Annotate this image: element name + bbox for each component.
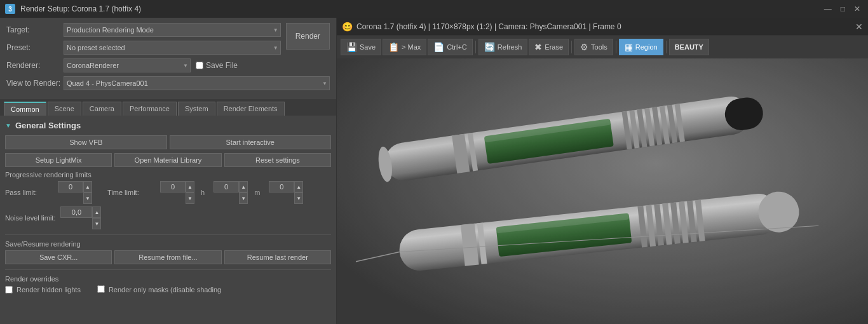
vfb-refresh-button[interactable]: 🔄 Refresh	[478, 39, 528, 55]
noise-input[interactable]	[60, 206, 92, 218]
target-select[interactable]: Production Rendering Mode	[64, 23, 281, 37]
erase-icon: ✖	[534, 42, 542, 52]
tab-common[interactable]: Common	[4, 102, 46, 116]
save-file-label[interactable]: Save File	[196, 61, 238, 70]
reset-settings-button[interactable]: Reset settings	[224, 153, 331, 167]
view-select-wrapper[interactable]: Quad 4 - PhysCamera001	[64, 76, 330, 90]
time-h-input-group[interactable]: ▲ ▼	[160, 181, 194, 204]
vfb-interactive-row: Show VFB Start interactive	[5, 135, 331, 149]
toolbar-sep-4	[666, 41, 667, 53]
view-select[interactable]: Quad 4 - PhysCamera001	[64, 76, 330, 90]
title-bar: 3 Render Setup: Corona 1.7 (hotfix 4) — …	[0, 0, 868, 18]
vfb-tomax-button[interactable]: 📋 > Max	[383, 39, 426, 55]
vfb-smiley-icon: 😊	[342, 22, 353, 32]
app-icon: 3	[5, 4, 15, 14]
hidden-lights-row: Render hidden lights Render only masks (…	[5, 285, 331, 294]
svg-rect-32	[337, 58, 868, 324]
toolbar-sep-1	[475, 41, 476, 53]
time-s-up[interactable]: ▲	[294, 181, 303, 192]
vfb-tools-button[interactable]: ⚙ Tools	[574, 39, 613, 55]
vfb-erase-button[interactable]: ✖ Erase	[529, 39, 569, 55]
render-setup-top: Target: Production Rendering Mode Preset…	[0, 18, 336, 99]
refresh-icon: 🔄	[484, 42, 495, 52]
target-select-wrapper[interactable]: Production Rendering Mode	[64, 23, 281, 37]
pass-limit-label: Pass limit:	[5, 189, 53, 196]
pass-limit-input[interactable]	[58, 181, 83, 192]
pass-limit-input-group[interactable]: ▲ ▼	[58, 181, 92, 204]
preset-row: Preset: No preset selected	[6, 41, 281, 55]
window-title: Render Setup: Corona 1.7 (hotfix 4)	[20, 4, 817, 13]
divider-2	[5, 269, 331, 270]
tab-performance[interactable]: Performance	[123, 102, 177, 116]
main-area: Target: Production Rendering Mode Preset…	[0, 18, 868, 324]
noise-input-group[interactable]: ▲ ▼	[60, 206, 101, 229]
vfb-beauty-button[interactable]: BEAUTY	[669, 39, 709, 55]
noise-up[interactable]: ▲	[92, 206, 101, 218]
time-m-input-group[interactable]: ▲ ▼	[214, 181, 248, 204]
pass-limit-spinner[interactable]: ▲ ▼	[83, 181, 92, 204]
tab-scene[interactable]: Scene	[48, 102, 81, 116]
vfb-close-button[interactable]: ✕	[855, 22, 863, 32]
utility-buttons-row: Setup LightMix Open Material Library Res…	[5, 153, 331, 167]
renderer-select[interactable]: CoronaRenderer	[64, 58, 191, 72]
noise-level-row: Noise level limit: ▲ ▼	[5, 206, 331, 229]
tab-camera[interactable]: Camera	[83, 102, 121, 116]
setup-lightmix-button[interactable]: Setup LightMix	[5, 153, 112, 167]
view-to-render-label: View to Render:	[6, 79, 64, 88]
render-only-masks-checkbox[interactable]	[97, 285, 105, 293]
tab-render-elements[interactable]: Render Elements	[217, 102, 285, 116]
maximize-button[interactable]: □	[838, 4, 848, 13]
vfb-toolbar: 💾 Save 📋 > Max 📄 Ctrl+C 🔄 Refresh ✖ Eras…	[337, 36, 868, 58]
time-h-spinner[interactable]: ▲ ▼	[186, 181, 194, 204]
render-hidden-lights-checkbox[interactable]	[5, 286, 13, 294]
tabs-bar: Common Scene Camera Performance System R…	[0, 99, 336, 116]
show-vfb-button[interactable]: Show VFB	[5, 135, 167, 149]
time-s-down[interactable]: ▼	[294, 192, 303, 204]
preset-select[interactable]: No preset selected	[64, 41, 281, 55]
vfb-save-button[interactable]: 💾 Save	[341, 39, 381, 55]
pass-limit-row: Pass limit: ▲ ▼ Time limit: ▲ ▼ h	[5, 181, 331, 204]
close-button[interactable]: ✕	[851, 4, 863, 13]
time-h-up[interactable]: ▲	[186, 181, 194, 192]
time-m-up[interactable]: ▲	[239, 181, 248, 192]
pass-limit-down[interactable]: ▼	[83, 192, 92, 204]
window-controls[interactable]: — □ ✕	[822, 4, 863, 13]
section-triangle-icon: ▼	[5, 122, 11, 129]
time-h-down[interactable]: ▼	[186, 192, 194, 204]
renderer-row: Renderer: CoronaRenderer Save File	[6, 58, 330, 72]
left-panel: Target: Production Rendering Mode Preset…	[0, 18, 337, 324]
noise-spinner[interactable]: ▲ ▼	[92, 206, 101, 229]
render-image	[337, 58, 868, 324]
target-row: Target: Production Rendering Mode	[6, 23, 281, 37]
resume-last-render-button[interactable]: Resume last render	[224, 250, 331, 264]
preset-label: Preset:	[6, 43, 64, 52]
minimize-button[interactable]: —	[822, 4, 834, 13]
noise-down[interactable]: ▼	[92, 218, 101, 229]
time-h-input[interactable]	[160, 181, 186, 192]
noise-level-label: Noise level limit:	[5, 214, 55, 222]
start-interactive-button[interactable]: Start interactive	[170, 135, 332, 149]
divider-1	[5, 234, 331, 235]
vfb-region-button[interactable]: ▦ Region	[619, 39, 663, 55]
tomax-icon: 📋	[388, 42, 399, 52]
tab-system[interactable]: System	[178, 102, 215, 116]
vfb-ctrlc-button[interactable]: 📄 Ctrl+C	[428, 39, 472, 55]
general-settings-header: ▼ General Settings	[5, 121, 331, 130]
time-s-input-group[interactable]: ▲ ▼	[269, 181, 303, 204]
save-cxr-button[interactable]: Save CXR...	[5, 250, 112, 264]
panel-content: ▼ General Settings Show VFB Start intera…	[0, 116, 336, 324]
time-s-input[interactable]	[269, 181, 294, 192]
save-file-checkbox[interactable]	[196, 62, 203, 69]
preset-select-wrapper[interactable]: No preset selected	[64, 41, 281, 55]
render-only-masks-label: Render only masks (disable shading	[109, 286, 221, 294]
resume-from-file-button[interactable]: Resume from file...	[114, 250, 221, 264]
renderer-select-wrapper[interactable]: CoronaRenderer	[64, 58, 191, 72]
time-s-spinner[interactable]: ▲ ▼	[294, 181, 303, 204]
save-resume-row: Save CXR... Resume from file... Resume l…	[5, 250, 331, 264]
time-m-down[interactable]: ▼	[239, 192, 248, 204]
time-m-spinner[interactable]: ▲ ▼	[239, 181, 248, 204]
time-m-input[interactable]	[214, 181, 239, 192]
render-button[interactable]: Render	[286, 23, 330, 50]
pass-limit-up[interactable]: ▲	[83, 181, 92, 192]
open-material-library-button[interactable]: Open Material Library	[114, 153, 221, 167]
